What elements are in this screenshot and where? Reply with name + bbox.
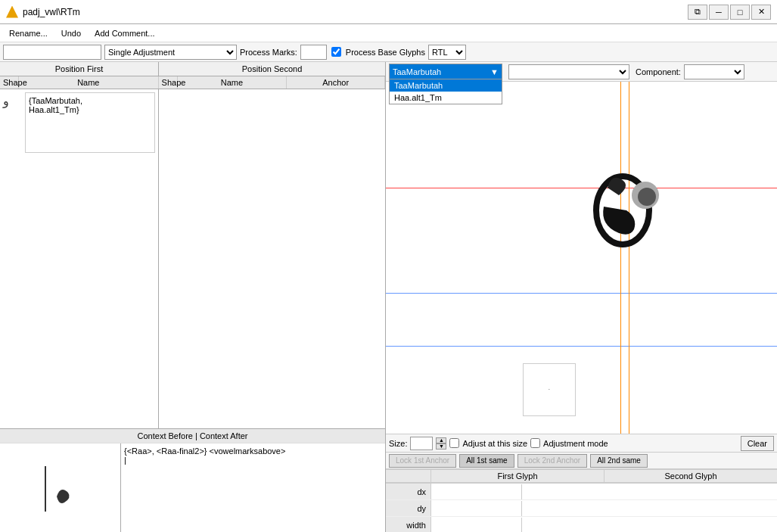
- title-bar: padj_vwl\RTm ⧉ ─ □ ✕: [0, 0, 777, 24]
- dropdown-list: TaaMarbutah Haa.alt1_Tm: [389, 79, 502, 104]
- lock-1st-anchor-btn[interactable]: Lock 1st Anchor: [389, 454, 456, 468]
- close-button[interactable]: ✕: [751, 5, 771, 20]
- clear-button[interactable]: Clear: [741, 436, 774, 451]
- glyph-display: [562, 135, 713, 286]
- adjustment-mode-label: Adjustment mode: [543, 439, 608, 448]
- size-label: Size:: [389, 439, 407, 448]
- col-shape1: Shape: [0, 76, 19, 89]
- column-headers: Shape Name Shape Name Anchor: [0, 76, 385, 89]
- dy-label: dy: [386, 500, 431, 516]
- width-input-2nd[interactable]: [522, 518, 613, 533]
- title-bar-left: padj_vwl\RTm: [6, 6, 80, 18]
- width-input[interactable]: 200: [431, 518, 522, 533]
- maximize-button[interactable]: □: [730, 5, 750, 20]
- first-dropdown-container: TaaMarbutah ▼ TaaMarbutah Haa.alt1_Tm: [389, 64, 502, 80]
- process-base-glyphs-checkbox[interactable]: [331, 47, 341, 57]
- first-shape-glyph: و: [3, 92, 22, 108]
- dx-input-2nd[interactable]: [522, 484, 613, 499]
- process-marks-input[interactable]: ALL: [300, 45, 327, 60]
- all-1st-same-btn[interactable]: All 1st same: [459, 454, 514, 468]
- col-name1: Name: [19, 76, 159, 89]
- menu-bar: Rename... Undo Add Comment...: [0, 24, 777, 42]
- dy-row: dy 0: [386, 500, 777, 517]
- process-base-glyphs-label: Process Base Glyphs: [346, 48, 425, 57]
- svg-point-3: [638, 188, 656, 206]
- component-label: Component:: [636, 67, 681, 76]
- dx-label: dx: [386, 484, 431, 499]
- left-panel: Position First Position Second Shape Nam…: [0, 62, 386, 532]
- context-data-area: {<Raa>, <Raa-final2>} <vowelmarksabove> …: [0, 443, 385, 532]
- adjust-at-size-label: Adjust at this size: [462, 439, 527, 448]
- size-down-btn[interactable]: ▼: [436, 443, 446, 450]
- main-container: Position First Position Second Shape Nam…: [0, 62, 777, 532]
- size-up-btn[interactable]: ▲: [436, 437, 446, 443]
- dy-input[interactable]: 0: [431, 501, 522, 516]
- width-row: width 200: [386, 517, 777, 532]
- context-header-text: Context Before | Context After: [138, 431, 248, 440]
- col-anchor: Anchor: [287, 76, 385, 89]
- size-bar: Size: 11 ▲ ▼ Adjust at this size Adjustm…: [386, 434, 777, 453]
- data-area: و {TaaMarbutah, Haa.alt1_Tm}: [0, 89, 385, 428]
- process-marks-label: Process Marks:: [240, 48, 297, 57]
- context-glyph-preview: [0, 443, 121, 532]
- position-headers: Position First Position Second: [0, 62, 385, 76]
- title-controls: ⧉ ─ □ ✕: [688, 5, 771, 20]
- menu-rename[interactable]: Rename...: [3, 27, 54, 39]
- size-spinners: ▲ ▼: [436, 437, 446, 450]
- adjustment-fields: dx 0 dy 0 width 200: [386, 483, 777, 532]
- all-2nd-same-btn[interactable]: All 2nd same: [590, 454, 648, 468]
- context-bar: Context Before | Context After: [0, 428, 385, 443]
- context-glyph-svg: [30, 459, 91, 519]
- position-first-header: Position First: [0, 62, 159, 76]
- dropdown-selected[interactable]: TaaMarbutah ▼: [390, 64, 502, 79]
- context-name-input[interactable]: padj_vwl\RTm: [3, 45, 101, 60]
- toolbar: padj_vwl\RTm Single Adjustment Process M…: [0, 42, 777, 62]
- main-glyph-svg: [562, 135, 713, 286]
- first-dropdown[interactable]: TaaMarbutah ▼: [389, 64, 502, 80]
- menu-undo[interactable]: Undo: [55, 27, 87, 39]
- dropdown-selected-text: TaaMarbutah: [393, 67, 441, 76]
- restore-button[interactable]: ⧉: [688, 5, 707, 20]
- glyph-blank-header: [386, 470, 431, 482]
- col-shape2: Shape: [159, 76, 178, 89]
- canvas-blue-line-1: [386, 293, 777, 294]
- size-input[interactable]: 11: [410, 437, 433, 450]
- dx-input[interactable]: 0: [431, 484, 522, 499]
- glyph-first-header: First Glyph: [431, 470, 605, 482]
- lock-2nd-anchor-btn[interactable]: Lock 2nd Anchor: [517, 454, 588, 468]
- small-preview-glyph: ·: [549, 386, 550, 393]
- title-text: padj_vwl\RTm: [23, 7, 80, 17]
- dropdown-item-0[interactable]: TaaMarbutah: [390, 79, 502, 92]
- menu-add-comment[interactable]: Add Comment...: [89, 27, 160, 39]
- small-preview-box: ·: [523, 363, 576, 416]
- dy-input-2nd[interactable]: [522, 501, 613, 516]
- dropdown-row: TaaMarbutah ▼ TaaMarbutah Haa.alt1_Tm Co…: [386, 62, 777, 82]
- dx-row: dx 0: [386, 484, 777, 500]
- first-names-list[interactable]: {TaaMarbutah, Haa.alt1_Tm}: [25, 92, 155, 153]
- second-dropdown[interactable]: [508, 64, 629, 79]
- width-label: width: [386, 517, 431, 532]
- anchor-row: Lock 1st Anchor All 1st same Lock 2nd An…: [386, 453, 777, 469]
- canvas-area: ·: [386, 82, 777, 434]
- component-select[interactable]: [684, 64, 744, 79]
- adjust-at-size-checkbox[interactable]: [449, 438, 459, 448]
- dropdown-arrow: ▼: [490, 67, 499, 76]
- second-col-data: [159, 89, 385, 428]
- context-text-content: {<Raa>, <Raa-final2>} <vowelmarksabove> …: [124, 446, 285, 465]
- dropdown-item-1[interactable]: Haa.alt1_Tm: [390, 92, 502, 104]
- adjustment-type-select[interactable]: Single Adjustment: [104, 45, 237, 60]
- right-panel: TaaMarbutah ▼ TaaMarbutah Haa.alt1_Tm Co…: [386, 62, 777, 532]
- first-col-data: و {TaaMarbutah, Haa.alt1_Tm}: [0, 89, 159, 428]
- position-second-header: Position Second: [159, 62, 385, 76]
- canvas-blue-line-2: [386, 346, 777, 347]
- glyph-headers: First Glyph Second Glyph: [386, 469, 777, 483]
- col-name2: Name: [178, 76, 287, 89]
- direction-select[interactable]: RTL LTR: [428, 45, 466, 60]
- glyph-second-header: Second Glyph: [605, 470, 777, 482]
- context-text-area: {<Raa>, <Raa-final2>} <vowelmarksabove> …: [121, 443, 385, 532]
- app-icon: [6, 6, 18, 18]
- minimize-button[interactable]: ─: [709, 5, 729, 20]
- adjustment-mode-checkbox[interactable]: [530, 438, 540, 448]
